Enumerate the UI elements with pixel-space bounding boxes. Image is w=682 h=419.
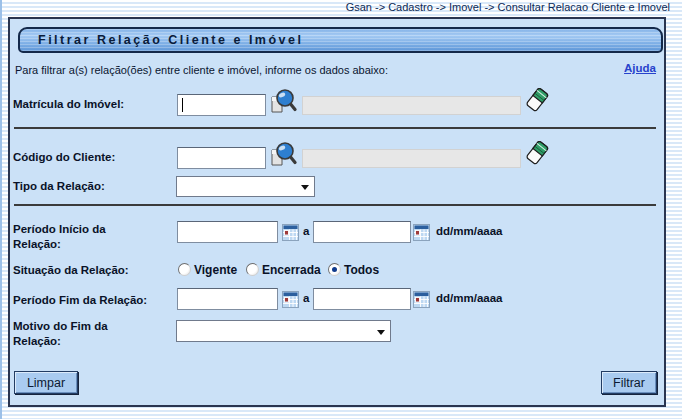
matricula-search-button[interactable] bbox=[269, 87, 297, 115]
radio-todos-label: Todos bbox=[344, 263, 379, 277]
codigo-cliente-erase-button[interactable] bbox=[524, 140, 550, 166]
breadcrumb: Gsan -> Cadastro -> Imovel -> Consultar … bbox=[346, 1, 670, 13]
chevron-down-icon bbox=[301, 185, 309, 190]
codigo-cliente-display-field bbox=[302, 149, 521, 168]
periodo-fim-range-separator: a bbox=[303, 292, 309, 304]
section-divider bbox=[14, 127, 656, 129]
matricula-display-field bbox=[302, 96, 521, 115]
periodo-fim-label: Período Fim da Relação: bbox=[13, 293, 147, 308]
filtrar-button[interactable]: Filtrar bbox=[601, 371, 657, 394]
motivo-fim-select[interactable] bbox=[176, 320, 391, 342]
radio-vigente[interactable] bbox=[178, 263, 191, 276]
codigo-cliente-search-button[interactable] bbox=[269, 140, 297, 168]
periodo-inicio-label: Período Início da Relação: bbox=[13, 222, 133, 252]
search-icon bbox=[269, 140, 297, 168]
periodo-fim-calendar-from-button[interactable] bbox=[282, 291, 299, 308]
periodo-fim-calendar-to-button[interactable] bbox=[413, 291, 430, 308]
page-left-edge bbox=[0, 0, 2, 419]
periodo-inicio-format-hint: dd/mm/aaaa bbox=[436, 225, 502, 237]
codigo-cliente-label: Código do Cliente: bbox=[13, 150, 115, 165]
radio-todos[interactable] bbox=[328, 263, 341, 276]
motivo-fim-label: Motivo do Fim da Relação: bbox=[13, 319, 133, 349]
intro-text: Para filtrar a(s) relação(ões) entre cli… bbox=[15, 64, 388, 76]
periodo-inicio-date-to-input[interactable] bbox=[313, 221, 411, 243]
periodo-fim-date-from-input[interactable] bbox=[177, 288, 278, 310]
filter-panel: Filtrar Relação Cliente e Imóvel Para fi… bbox=[8, 17, 666, 407]
matricula-label: Matrícula do Imóvel: bbox=[13, 97, 124, 112]
calendar-icon bbox=[413, 224, 430, 241]
periodo-inicio-date-from-input[interactable] bbox=[177, 221, 278, 243]
text-caret bbox=[182, 98, 183, 112]
search-icon bbox=[269, 87, 297, 115]
tipo-relacao-label: Tipo da Relação: bbox=[13, 179, 105, 194]
periodo-inicio-calendar-to-button[interactable] bbox=[413, 224, 430, 241]
help-link[interactable]: Ajuda bbox=[624, 62, 656, 74]
radio-encerrada[interactable] bbox=[246, 263, 259, 276]
tipo-relacao-select[interactable] bbox=[176, 176, 315, 197]
periodo-inicio-calendar-from-button[interactable] bbox=[282, 224, 299, 241]
page-title: Filtrar Relação Cliente e Imóvel bbox=[20, 33, 304, 47]
periodo-fim-date-to-input[interactable] bbox=[313, 288, 411, 310]
section-divider bbox=[14, 204, 656, 206]
limpar-button[interactable]: Limpar bbox=[14, 371, 78, 394]
matricula-input[interactable] bbox=[177, 94, 266, 116]
periodo-fim-format-hint: dd/mm/aaaa bbox=[436, 292, 502, 304]
radio-vigente-label: Vigente bbox=[194, 263, 237, 277]
eraser-icon bbox=[524, 140, 550, 166]
calendar-icon bbox=[282, 291, 299, 308]
situacao-relacao-label: Situação da Relação: bbox=[13, 263, 129, 278]
page-background: Gsan -> Cadastro -> Imovel -> Consultar … bbox=[0, 0, 682, 419]
radio-encerrada-label: Encerrada bbox=[262, 263, 321, 277]
codigo-cliente-input[interactable] bbox=[177, 147, 266, 169]
chevron-down-icon bbox=[377, 330, 385, 335]
panel-titlebar: Filtrar Relação Cliente e Imóvel bbox=[18, 27, 663, 53]
calendar-icon bbox=[282, 224, 299, 241]
calendar-icon bbox=[413, 291, 430, 308]
periodo-inicio-range-separator: a bbox=[303, 225, 309, 237]
eraser-icon bbox=[524, 87, 550, 113]
matricula-erase-button[interactable] bbox=[524, 87, 550, 113]
